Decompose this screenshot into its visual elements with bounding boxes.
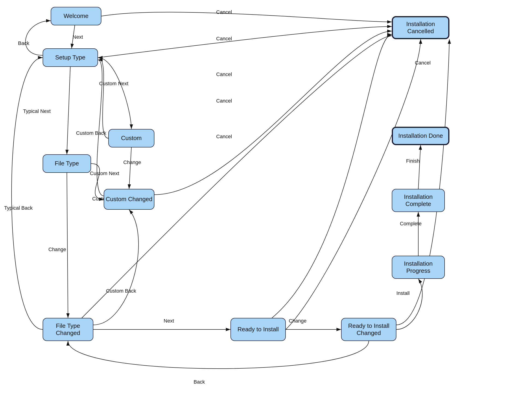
svg-text:Back: Back (18, 40, 29, 46)
node-installation-progress: InstallationProgress (392, 256, 445, 279)
svg-text:Complete: Complete (400, 221, 421, 226)
svg-text:Cancel: Cancel (415, 60, 431, 66)
svg-text:Cancel: Cancel (216, 36, 232, 41)
svg-text:Typical Next: Typical Next (23, 108, 51, 114)
node-custom: Custom (108, 129, 155, 147)
svg-text:Back: Back (194, 379, 205, 385)
node-custom-changed: Custom Changed (104, 189, 155, 210)
svg-text:Cancel: Cancel (216, 98, 232, 104)
node-installation-complete: InstallationComplete (392, 189, 445, 212)
svg-text:Cancel: Cancel (216, 134, 232, 139)
node-ready-to-install-changed: Ready to InstallChanged (341, 318, 396, 341)
node-file-type: File Type (43, 154, 91, 173)
svg-text:Change: Change (48, 246, 66, 252)
svg-text:Next: Next (164, 318, 174, 324)
svg-text:Finish: Finish (406, 158, 420, 164)
node-installation-done: Installation Done (392, 127, 449, 145)
svg-text:Change: Change (289, 318, 307, 324)
node-installation-cancelled: InstallationCancelled (392, 16, 449, 39)
svg-text:Cancel: Cancel (216, 71, 232, 77)
node-setup-type: Setup Type (43, 48, 98, 67)
node-ready-to-install: Ready to Install (230, 318, 286, 341)
diagram: NextBackTypical NextCustom NextCustom Ba… (0, 0, 528, 420)
node-file-type-changed: File TypeChanged (43, 318, 93, 341)
svg-text:Typical Back: Typical Back (4, 205, 33, 211)
svg-text:Install: Install (396, 290, 409, 296)
svg-text:Cancel: Cancel (216, 9, 232, 15)
svg-text:Next: Next (72, 34, 83, 40)
svg-text:Change: Change (123, 159, 141, 165)
node-welcome: Welcome (51, 7, 101, 25)
svg-text:Custom Next: Custom Next (90, 171, 119, 176)
svg-text:Custom Back: Custom Back (76, 130, 107, 136)
